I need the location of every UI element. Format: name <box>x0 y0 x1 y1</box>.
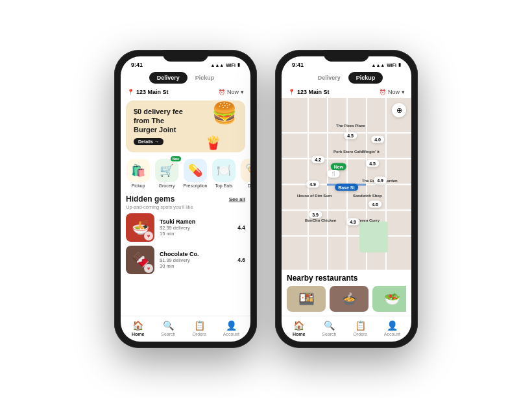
fries-emoji: 🍟 <box>205 135 221 150</box>
battery-icon-right: ▮ <box>398 62 401 67</box>
tsuki-heart-icon[interactable]: ♥ <box>144 231 153 240</box>
left-screen: 9:41 ▲▲▲ WiFi ▮ Delivery Pickup 📍 <box>121 56 250 342</box>
category-deals[interactable]: 🏷️ Deal <box>240 159 250 188</box>
map-pin-3[interactable]: 4.2 <box>311 156 324 163</box>
nearby-scroll: 🍱 🍲 🥗 <box>287 286 406 312</box>
bottom-nav-left: 🏠 Home 🔍 Search 📋 Orders 👤 Account <box>121 316 250 342</box>
restaurant-item-tsuki[interactable]: 🍜 ♥ Tsuki Ramen $2.99 delivery15 min 4.4 <box>126 213 245 242</box>
nearby-card-2[interactable]: 🍲 <box>330 286 369 312</box>
category-pickup[interactable]: 🛍️ Pickup <box>126 159 151 188</box>
see-all-link[interactable]: See all <box>229 196 245 202</box>
address-time-left[interactable]: ⏰ Now ▾ <box>219 89 244 95</box>
nav-search-left[interactable]: 🔍 Search <box>161 320 175 336</box>
chevron-down-icon: ▾ <box>241 89 244 95</box>
nav-home-right[interactable]: 🏠 Home <box>293 320 305 336</box>
mode-toggle-left: Delivery Pickup <box>121 69 250 86</box>
pickup-btn-left[interactable]: Pickup <box>187 72 223 84</box>
category-grocery[interactable]: 🛒 New Grocery <box>154 159 179 188</box>
choc-heart-icon[interactable]: ♥ <box>144 264 153 273</box>
restaurant-item-choc[interactable]: 🍫 ♥ Chocolate Co. $1.99 delivery30 min 4… <box>126 246 245 274</box>
choc-meta: $1.99 delivery30 min <box>160 257 232 269</box>
nearby-card-1[interactable]: 🍱 <box>287 286 326 312</box>
address-time-right[interactable]: ⏰ Now ▾ <box>380 89 405 95</box>
map-pin-1[interactable]: 4.5 <box>344 132 357 139</box>
search-icon-left: 🔍 <box>163 320 174 331</box>
map-background: The Pizza Place Wingin' it Pork Store Ca… <box>282 98 411 270</box>
pin-rating-3: 4.2 <box>311 156 324 163</box>
pin-rating-9: 4.9 <box>346 218 359 225</box>
promo-banner: $0 delivery feefrom TheBurger Joint Deta… <box>126 100 245 152</box>
signal-icon: ▲▲▲ <box>210 63 224 67</box>
address-text-right: 123 Main St <box>297 89 330 95</box>
clock-icon-left: ⏰ <box>219 89 225 95</box>
prescription-label: Prescription <box>184 183 208 188</box>
pin-rating-5: 4.9 <box>306 180 319 187</box>
map-pin-utensils[interactable]: 🍴 <box>328 170 340 178</box>
map-pin-2[interactable]: 4.0 <box>371 135 384 143</box>
home-icon-right: 🏠 <box>293 320 304 331</box>
orders-icon-right: 📋 <box>355 320 366 331</box>
map-pin-7[interactable]: 4.6 <box>369 201 381 208</box>
category-top-eats[interactable]: 🍽️ Top Eats <box>212 159 236 188</box>
nearby-card-3[interactable]: 🥗 <box>372 286 406 312</box>
orders-label-left: Orders <box>192 332 206 336</box>
nav-search-right[interactable]: 🔍 Search <box>322 320 336 336</box>
new-badge: New <box>171 156 181 161</box>
home-label-right: Home <box>293 332 305 336</box>
search-label-right: Search <box>322 332 336 336</box>
location-pin-icon-right: 📍 <box>288 89 295 95</box>
tsuki-meta: $2.99 delivery15 min <box>160 225 232 237</box>
pin-base-st: Base St <box>335 183 358 191</box>
map-pin-4[interactable]: 4.5 <box>366 159 379 167</box>
map-container[interactable]: The Pizza Place Wingin' it Pork Store Ca… <box>282 98 411 270</box>
map-pin-5[interactable]: 4.9 <box>306 180 319 187</box>
map-pin-8[interactable]: 3.9 <box>309 211 322 218</box>
pin-rating-7: 4.6 <box>369 201 381 208</box>
battery-icon: ▮ <box>237 62 240 67</box>
grocery-emoji: 🛒 <box>160 163 174 178</box>
map-pin-9[interactable]: 4.9 <box>346 218 359 225</box>
signal-icon-right: ▲▲▲ <box>371 63 385 67</box>
account-label-right: Account <box>384 332 400 336</box>
nav-orders-right[interactable]: 📋 Orders <box>353 320 367 336</box>
time-selector-right: Now <box>388 89 400 95</box>
location-pin-icon: 📍 <box>127 89 134 95</box>
deals-emoji: 🏷️ <box>245 163 250 178</box>
tsuki-info: Tsuki Ramen $2.99 delivery15 min <box>160 218 232 237</box>
nav-account-right[interactable]: 👤 Account <box>384 320 400 336</box>
map-pin-base[interactable]: Base St <box>335 183 358 191</box>
map-pin-6[interactable]: 4.9 <box>374 177 387 184</box>
nav-account-left[interactable]: 👤 Account <box>223 320 239 336</box>
top-eats-icon-wrap: 🍽️ <box>212 159 236 182</box>
delivery-btn-left[interactable]: Delivery <box>149 72 187 84</box>
time-selector-left: Now <box>227 89 239 95</box>
home-icon-left: 🏠 <box>132 320 143 331</box>
search-label-left: Search <box>161 332 175 336</box>
search-icon-right: 🔍 <box>324 320 335 331</box>
nav-home-left[interactable]: 🏠 Home <box>132 320 144 336</box>
left-phone: 9:41 ▲▲▲ WiFi ▮ Delivery Pickup 📍 <box>114 50 257 348</box>
address-location-right[interactable]: 📍 123 Main St <box>288 89 330 95</box>
address-bar-left: 📍 123 Main St ⏰ Now ▾ <box>121 86 250 98</box>
delivery-btn-right[interactable]: Delivery <box>310 72 348 84</box>
notch-left <box>163 50 208 62</box>
promo-images: 🍔 🍟 <box>192 104 237 149</box>
pickup-icon-wrap: 🛍️ <box>127 159 150 182</box>
status-icons-left: ▲▲▲ WiFi ▮ <box>210 62 240 67</box>
grocery-label: Grocery <box>159 183 175 188</box>
address-location-left[interactable]: 📍 123 Main St <box>127 89 169 95</box>
promo-details-button[interactable]: Details → <box>134 138 163 145</box>
mode-toggle-right: Delivery Pickup <box>282 69 411 86</box>
compass-icon: ⊕ <box>396 106 402 115</box>
nav-orders-left[interactable]: 📋 Orders <box>192 320 206 336</box>
category-prescription[interactable]: 💊 Prescription <box>183 159 208 188</box>
home-label-left: Home <box>132 332 144 336</box>
deals-label: Deal <box>248 183 250 188</box>
compass-button[interactable]: ⊕ <box>392 103 406 117</box>
tsuki-thumbnail: 🍜 ♥ <box>126 213 154 242</box>
pin-utensils: 🍴 <box>328 170 340 178</box>
choc-info: Chocolate Co. $1.99 delivery30 min <box>160 251 232 269</box>
pickup-btn-right[interactable]: Pickup <box>348 72 383 84</box>
hidden-gems-subtitle: Up-and-coming spots you'll like <box>126 204 245 210</box>
right-phone: 9:41 ▲▲▲ WiFi ▮ Delivery Pickup 📍 <box>275 50 418 348</box>
